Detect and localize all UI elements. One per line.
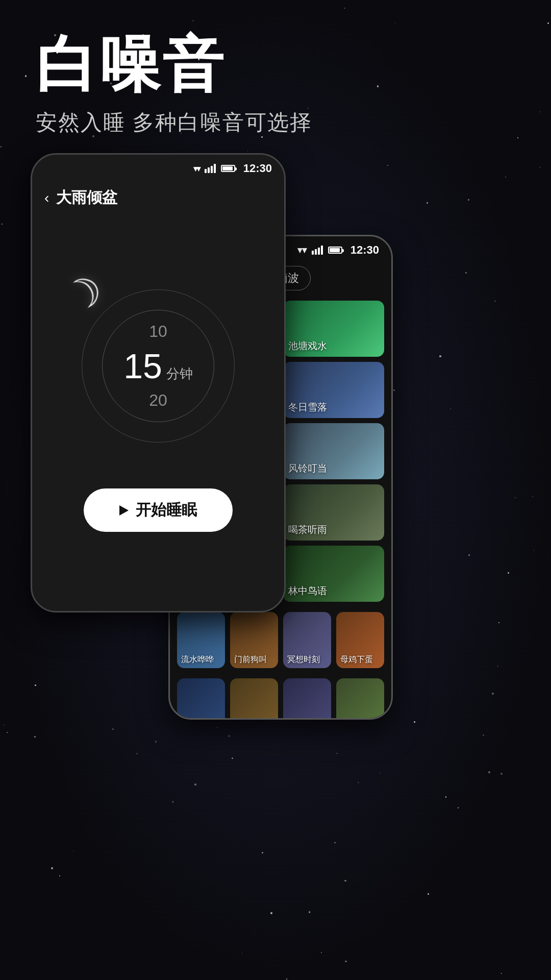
sound-item-r2-1[interactable] xyxy=(177,678,225,720)
screen-title: 大雨倾盆 xyxy=(56,187,117,208)
start-button-label: 开始睡眠 xyxy=(136,500,197,521)
timer-value-20: 20 xyxy=(149,391,167,410)
sound-item-stream[interactable]: 流水哗哗 xyxy=(177,612,225,668)
bottom-row-2 xyxy=(170,673,391,720)
timer-value-15: 15 xyxy=(123,346,162,386)
timer-selected: 15 分钟 xyxy=(123,346,193,386)
sound-item-bell[interactable]: 风铃叮当 xyxy=(283,423,384,479)
wifi-icon: ▾▾ xyxy=(297,244,307,256)
header-section: 白噪音 安然入睡 多种白噪音可选择 xyxy=(36,31,312,137)
phone-mockup-1: ▾▾ 12:30 ‹ 大雨倾盆 ☽ 10 15 分钟 xyxy=(31,153,286,612)
sound-item-tea[interactable]: 喝茶听雨 xyxy=(283,484,384,541)
sound-item-meditate[interactable]: 冥想时刻 xyxy=(283,612,331,668)
timer-circle[interactable]: 10 15 分钟 20 xyxy=(77,284,240,448)
timer-numbers: 10 15 分钟 20 xyxy=(123,322,193,410)
timer-unit: 分钟 xyxy=(166,365,193,383)
timer-value-10: 10 xyxy=(149,322,167,341)
timer-section: 10 15 分钟 20 开始睡眠 xyxy=(32,284,284,532)
start-sleep-button[interactable]: 开始睡眠 xyxy=(84,488,233,532)
signal-icon xyxy=(312,246,323,255)
phone2-time: 12:30 xyxy=(350,243,379,257)
phone1-battery-icon xyxy=(221,165,235,172)
sound-item-r2-3[interactable] xyxy=(283,678,331,720)
bottom-row-1: 流水哗哗 门前狗叫 冥想时刻 母鸡下蛋 xyxy=(170,607,391,673)
sound-item-chicken[interactable]: 母鸡下蛋 xyxy=(336,612,384,668)
back-button[interactable]: ‹ xyxy=(44,190,49,206)
phone1-wifi-icon: ▾▾ xyxy=(193,164,199,174)
battery-icon xyxy=(328,247,342,254)
sound-item-snow[interactable]: 冬日雪落 xyxy=(283,362,384,418)
sound-item-r2-2[interactable] xyxy=(230,678,278,720)
app-title: 白噪音 xyxy=(36,31,312,98)
phone1-content: ▾▾ 12:30 ‹ 大雨倾盆 ☽ 10 15 分钟 xyxy=(32,155,284,532)
phone1-signal-icon xyxy=(205,164,216,173)
sound-item-pond[interactable]: 池塘戏水 xyxy=(283,301,384,357)
play-icon xyxy=(119,505,129,516)
sound-item-r2-4[interactable] xyxy=(336,678,384,720)
sound-item-dog[interactable]: 门前狗叫 xyxy=(230,612,278,668)
sound-item-bird[interactable]: 林中鸟语 xyxy=(283,546,384,602)
app-subtitle: 安然入睡 多种白噪音可选择 xyxy=(36,108,312,137)
